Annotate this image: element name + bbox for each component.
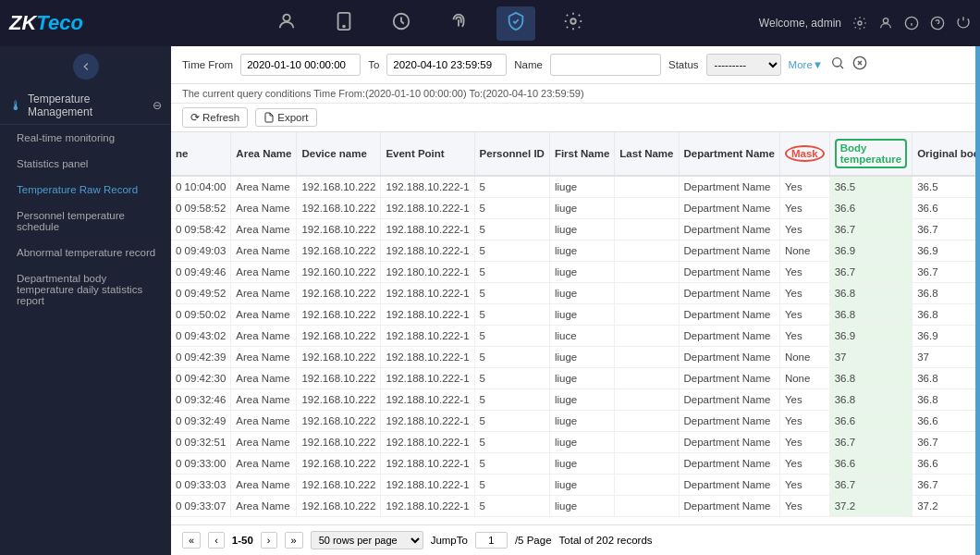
cell-fname-10: liuge — [549, 389, 614, 411]
cell-lname-15 — [615, 496, 679, 517]
module-collapse-icon[interactable]: ⊖ — [153, 99, 162, 112]
cell-device-9: 192.168.10.222 — [297, 368, 381, 389]
cell-orig-temp-4: 36.7 — [913, 262, 975, 283]
next-button[interactable]: › — [261, 532, 277, 549]
export-button[interactable]: Export — [255, 108, 316, 127]
cell-time-2: 0 09:58:42 — [171, 219, 231, 240]
nav-fingerprint-icon[interactable] — [439, 6, 478, 41]
cell-event-10: 192.188.10.222-1 — [381, 389, 474, 411]
cell-event-0: 192.188.10.222-1 — [381, 176, 474, 198]
time-from-label: Time From — [182, 59, 233, 70]
nav-phone-icon[interactable] — [325, 6, 363, 41]
sidebar-item-3[interactable]: Personnel temperature schedule — [0, 203, 171, 240]
cell-fname-1: liuge — [549, 198, 614, 219]
cell-dept-12: Department Name — [679, 432, 779, 453]
cell-dept-8: Department Name — [679, 347, 779, 368]
cell-time-5: 0 09:49:52 — [171, 283, 231, 304]
cell-lname-4 — [615, 262, 679, 283]
nav-person-icon[interactable] — [267, 6, 306, 41]
cell-body-temp-4: 36.7 — [829, 262, 912, 283]
cell-dept-5: Department Name — [679, 283, 779, 304]
cell-mask-10: Yes — [779, 389, 829, 411]
name-label: Name — [514, 59, 543, 70]
cell-event-7: 192.188.10.222-1 — [381, 326, 474, 347]
blue-accent-bar — [975, 46, 980, 555]
cell-mask-1: Yes — [779, 198, 829, 219]
clear-button[interactable] — [852, 56, 867, 74]
col-fname: First Name — [549, 132, 614, 176]
nav-help-icon[interactable] — [930, 16, 945, 31]
name-input[interactable] — [550, 54, 661, 76]
cell-area-0: Area Name — [231, 176, 297, 198]
nav-settings-icon[interactable] — [852, 16, 867, 31]
pagination-bar: « ‹ 1-50 › » 25 rows per page 50 rows pe… — [171, 524, 975, 555]
prev-prev-button[interactable]: « — [182, 532, 201, 549]
cell-mask-9: None — [779, 368, 829, 389]
back-button[interactable] — [73, 54, 99, 80]
cell-lname-9 — [615, 368, 679, 389]
refresh-button[interactable]: ⟳ Refresh — [182, 107, 248, 128]
cell-lname-12 — [615, 432, 679, 453]
sidebar-item-0[interactable]: Real-time monitoring — [0, 125, 171, 151]
cell-mask-13: Yes — [779, 453, 829, 475]
cell-body-temp-13: 36.6 — [829, 453, 912, 475]
cell-dept-10: Department Name — [679, 389, 779, 411]
cell-device-8: 192.168.10.222 — [297, 347, 381, 368]
logo-eco: Teco — [36, 11, 83, 35]
cell-body-temp-2: 36.7 — [829, 219, 912, 240]
more-button[interactable]: More▼ — [789, 59, 824, 70]
cell-pid-1: 5 — [474, 198, 549, 219]
svg-point-4 — [571, 18, 577, 24]
cell-event-4: 192.180.10.222-1 — [381, 262, 474, 283]
cell-time-14: 0 09:33:03 — [171, 475, 231, 496]
cell-dept-13: Department Name — [679, 453, 779, 475]
nav-clock-icon[interactable] — [382, 6, 421, 41]
cell-device-6: 192.168.10.222 — [297, 304, 381, 326]
module-title-text: Temperature Management — [28, 92, 147, 118]
cell-dept-11: Department Name — [679, 411, 779, 432]
sidebar: 🌡 Temperature Management ⊖ Real-time mon… — [0, 46, 171, 555]
cell-event-9: 192.188.10.222-1 — [381, 368, 474, 389]
search-icon — [830, 56, 845, 70]
table-row: 0 09:33:00 Area Name 192.168.10.222 192.… — [171, 453, 975, 475]
cell-mask-15: Yes — [779, 496, 829, 517]
cell-dept-0: Department Name — [679, 176, 779, 198]
nav-right-area: Welcome, admin — [759, 16, 971, 31]
module-title: 🌡 Temperature Management ⊖ — [0, 87, 171, 125]
cell-event-13: 192.188.10.222-1 — [381, 453, 474, 475]
cell-mask-7: Yes — [779, 326, 829, 347]
jump-to-input[interactable] — [475, 532, 508, 549]
cell-dept-7: Department Name — [679, 326, 779, 347]
cell-pid-12: 5 — [474, 432, 549, 453]
next-next-button[interactable]: » — [285, 532, 303, 549]
sidebar-item-2[interactable]: Temperature Raw Record — [0, 177, 171, 203]
cell-area-13: Area Name — [231, 453, 297, 475]
cell-pid-14: 5 — [474, 475, 549, 496]
cell-orig-temp-10: 36.8 — [913, 389, 975, 411]
status-select[interactable]: --------- Normal Exception — [706, 54, 781, 76]
time-to-input[interactable] — [386, 54, 507, 76]
time-from-input[interactable] — [240, 54, 361, 76]
sidebar-item-4[interactable]: Abnormal temperature record — [0, 240, 171, 265]
cell-area-4: Area Name — [231, 262, 297, 283]
sidebar-item-1[interactable]: Statistics panel — [0, 151, 171, 177]
search-button[interactable] — [830, 56, 845, 74]
sidebar-item-5[interactable]: Departmental body temperature daily stat… — [0, 265, 171, 314]
cell-fname-0: liuge — [549, 176, 614, 198]
cell-lname-3 — [615, 240, 679, 262]
nav-gear-icon[interactable] — [554, 6, 593, 41]
prev-button[interactable]: ‹ — [208, 532, 225, 549]
table-row: 0 09:32:46 Area Name 192.168.10.222 192.… — [171, 389, 975, 411]
body-temp-header-indicator: Bodytemperature — [835, 139, 907, 168]
cell-fname-4: liuge — [549, 262, 614, 283]
cell-time-3: 0 09:49:03 — [171, 240, 231, 262]
nav-shield-icon[interactable] — [496, 6, 535, 41]
nav-info-icon[interactable] — [904, 16, 919, 31]
svg-point-0 — [284, 14, 290, 20]
cell-body-temp-10: 36.8 — [829, 389, 912, 411]
cell-time-4: 0 09:49:46 — [171, 262, 231, 283]
rows-per-page-select[interactable]: 25 rows per page 50 rows per page 100 ro… — [311, 531, 423, 549]
nav-user-icon[interactable] — [878, 16, 893, 31]
cell-lname-0 — [615, 176, 679, 198]
nav-power-icon[interactable] — [956, 16, 971, 31]
